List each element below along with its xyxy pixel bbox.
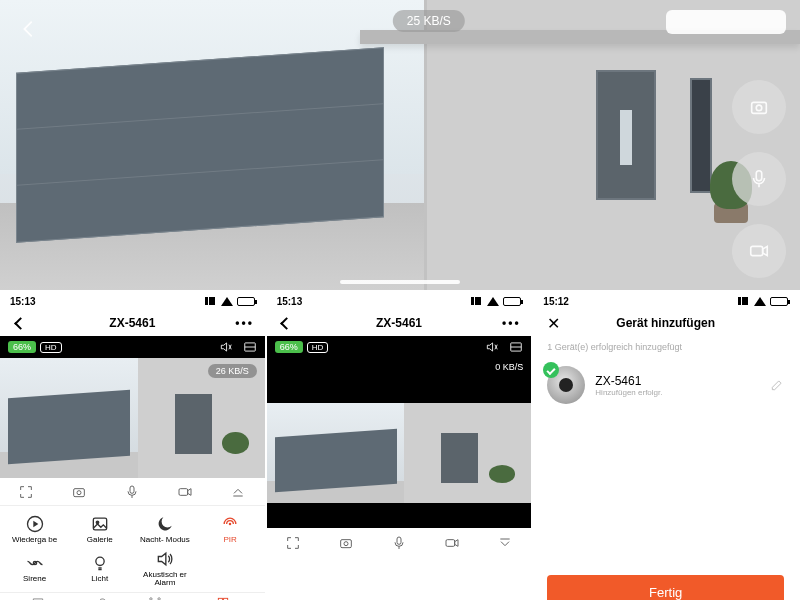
bitrate-label: 0 KB/S [495, 362, 523, 372]
svg-point-8 [77, 490, 81, 494]
svg-marker-14 [33, 521, 38, 528]
success-subtitle: 1 Gerät(e) erfolgreich hinzugefügt [533, 336, 798, 358]
done-button[interactable]: Fertig [547, 575, 784, 600]
tab-properties[interactable]: Eigenschaften [198, 596, 249, 600]
tab-smart[interactable]: Smart [144, 596, 165, 600]
device-row: ZX-5461 Hinzufügen erfolgr. [533, 358, 798, 412]
clock: 15:13 [10, 296, 36, 307]
device-title: ZX-5461 [109, 316, 155, 330]
back-button[interactable] [277, 319, 297, 328]
svg-rect-31 [341, 540, 352, 548]
camera-icon[interactable] [71, 484, 87, 500]
record-button[interactable] [732, 224, 786, 278]
svg-rect-0 [752, 102, 767, 113]
svg-rect-33 [397, 537, 401, 544]
phone-pane-fullvideo: 15:13 ZX-5461 ••• 66%HD 0 KB/S [267, 290, 534, 600]
bottom-tab-bar: Mitteilungen Cloud Smart Eigenschaften [0, 592, 265, 600]
svg-rect-9 [130, 486, 134, 493]
wifi-icon [754, 297, 766, 306]
svg-rect-10 [179, 488, 188, 495]
bitrate-badge: 26 KB/S [208, 364, 257, 378]
live-view-hero: 25 KB/S [0, 0, 800, 290]
signal-icon [471, 297, 483, 305]
success-check-icon [543, 362, 559, 378]
device-thumbnail [547, 366, 585, 404]
svg-rect-34 [446, 540, 455, 547]
svg-rect-15 [93, 518, 106, 530]
record-icon[interactable] [444, 535, 460, 551]
camera-scene [0, 0, 800, 290]
svg-point-32 [344, 542, 348, 546]
status-bar: 15:13 [0, 292, 265, 310]
clock: 15:12 [543, 296, 569, 307]
more-button[interactable]: ••• [501, 316, 521, 330]
siren-button[interactable]: Sirene [2, 549, 67, 588]
mic-icon[interactable] [124, 484, 140, 500]
quick-toolbar [0, 478, 265, 506]
battery-badge: 66% [275, 341, 303, 353]
home-indicator [340, 280, 460, 284]
acoustic-alarm-button[interactable]: Akustisch er Alarm [132, 549, 197, 588]
svg-point-17 [229, 523, 232, 526]
mic-icon[interactable] [391, 535, 407, 551]
battery-icon [503, 297, 521, 306]
quick-toolbar [267, 528, 532, 558]
camera-icon[interactable] [338, 535, 354, 551]
close-button[interactable]: ✕ [543, 314, 563, 333]
gallery-button[interactable]: Galerie [67, 510, 132, 549]
status-bar: 15:13 [267, 292, 532, 310]
back-button[interactable] [10, 319, 30, 328]
device-title: ZX-5461 [376, 316, 422, 330]
status-bar: 15:12 [533, 292, 798, 310]
tab-messages[interactable]: Mitteilungen [16, 596, 59, 600]
quality-badge[interactable]: HD [40, 342, 62, 353]
pir-button[interactable]: PIR [197, 510, 262, 549]
svg-marker-35 [455, 540, 458, 547]
wifi-icon [221, 297, 233, 306]
fullscreen-icon[interactable] [285, 535, 301, 551]
layout-icon[interactable] [243, 340, 257, 354]
svg-point-19 [96, 557, 104, 565]
video-info-bar: 66%HD [267, 336, 532, 358]
svg-rect-3 [751, 246, 763, 255]
signal-icon [205, 297, 217, 305]
video-preview[interactable]: 26 KB/S [0, 358, 265, 478]
video-info-bar: 66%HD [0, 336, 265, 358]
overlay-pill [666, 10, 786, 34]
clock: 15:13 [277, 296, 303, 307]
light-button[interactable]: Licht [67, 549, 132, 588]
battery-icon [237, 297, 255, 306]
battery-icon [770, 297, 788, 306]
tab-cloud[interactable]: Cloud [91, 596, 112, 600]
talk-button[interactable] [732, 152, 786, 206]
svg-marker-11 [188, 488, 191, 495]
mute-icon[interactable] [485, 340, 499, 354]
video-preview[interactable]: 0 KB/S [267, 358, 532, 558]
night-mode-button[interactable]: Nacht- Modus [132, 510, 197, 549]
fullscreen-icon[interactable] [18, 484, 34, 500]
collapse-icon[interactable] [497, 535, 513, 551]
back-button[interactable] [18, 18, 40, 40]
page-title: Gerät hinzufügen [616, 316, 715, 330]
wifi-icon [487, 297, 499, 306]
feature-grid: Wiederga be Galerie Nacht- Modus PIR Sir… [0, 506, 265, 592]
snapshot-button[interactable] [732, 80, 786, 134]
phone-pane-features: 15:13 ZX-5461 ••• 66%HD 26 KB/S [0, 290, 267, 600]
device-name: ZX-5461 [595, 374, 662, 388]
layout-icon[interactable] [509, 340, 523, 354]
svg-rect-7 [74, 488, 85, 496]
quality-badge[interactable]: HD [307, 342, 329, 353]
battery-badge: 66% [8, 341, 36, 353]
phone-pane-add-device: 15:12 ✕ Gerät hinzufügen 1 Gerät(e) erfo… [533, 290, 800, 600]
device-status: Hinzufügen erfolgr. [595, 388, 662, 397]
svg-point-1 [756, 105, 762, 111]
mute-icon[interactable] [219, 340, 233, 354]
playback-button[interactable]: Wiederga be [2, 510, 67, 549]
more-button[interactable]: ••• [235, 316, 255, 330]
bitrate-badge: 25 KB/S [393, 10, 465, 32]
svg-rect-2 [756, 171, 762, 181]
signal-icon [738, 297, 750, 305]
edit-icon[interactable] [770, 378, 784, 392]
record-icon[interactable] [177, 484, 193, 500]
expand-icon[interactable] [230, 484, 246, 500]
